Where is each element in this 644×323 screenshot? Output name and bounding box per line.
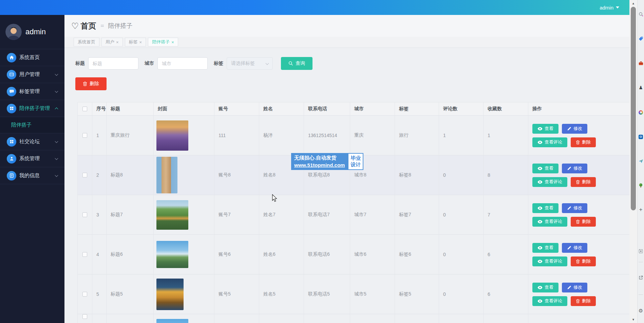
plane-icon[interactable]	[638, 158, 644, 164]
cell-index: 3	[92, 195, 107, 235]
search-icon	[288, 61, 293, 66]
tag-icon[interactable]	[638, 36, 644, 41]
title-filter-input[interactable]	[88, 57, 138, 70]
doc-icon	[7, 171, 16, 180]
add-icon[interactable]: +	[638, 207, 644, 212]
trash-icon	[576, 180, 580, 184]
profile-block: admin	[0, 15, 64, 49]
tab-系统首页[interactable]: 系统首页	[74, 38, 99, 46]
scrollbar-thumb[interactable]	[631, 7, 636, 210]
view-button[interactable]: 查看	[532, 283, 558, 292]
trash-icon	[576, 259, 580, 264]
close-icon[interactable]: ×	[116, 40, 119, 45]
trash-icon	[576, 220, 580, 224]
breadcrumb-home[interactable]: 首页	[80, 21, 96, 31]
search-button[interactable]: 查询	[281, 57, 312, 70]
chess-icon[interactable]: ♟	[638, 85, 644, 90]
tab-用户[interactable]: 用户×	[101, 38, 123, 46]
delete-button[interactable]: 删除	[571, 217, 596, 227]
edit-button[interactable]: 修改	[562, 203, 587, 213]
cell-account: 账号8	[214, 155, 259, 195]
bulk-delete-button[interactable]: 删除	[75, 77, 107, 90]
cell-comments	[439, 314, 484, 323]
edit-button[interactable]: 修改	[562, 164, 587, 173]
sidebar-item-陪伴搭子管理[interactable]: 陪伴搭子管理	[0, 100, 64, 117]
avatar[interactable]	[5, 24, 22, 40]
search-icon[interactable]	[638, 12, 644, 17]
row-checkbox[interactable]	[82, 252, 87, 257]
view-comments-button[interactable]: 查看评论	[532, 137, 567, 147]
header-cell: 姓名	[259, 102, 304, 116]
delete-button[interactable]: 删除	[571, 137, 596, 147]
city-filter-input[interactable]	[157, 57, 208, 70]
eye-icon	[537, 286, 543, 289]
ring-icon[interactable]	[638, 110, 644, 115]
scroll-down-arrow[interactable]: ▼	[629, 317, 637, 322]
cell-title: 标题6	[107, 235, 154, 274]
screenshot-icon[interactable]	[638, 248, 644, 254]
cell-title	[107, 314, 154, 323]
eye-icon	[537, 140, 543, 144]
cell-phone: 联系电话7	[304, 195, 350, 235]
view-comments-button[interactable]: 查看评论	[532, 177, 567, 187]
row-checkbox[interactable]	[82, 314, 87, 319]
settings-gear-icon[interactable]: ⚙	[638, 308, 644, 314]
sidebar-item-社交论坛[interactable]: 社交论坛	[0, 133, 64, 150]
pencil-icon	[567, 206, 571, 210]
tag-select[interactable]: 请选择标签	[227, 57, 273, 70]
view-comments-button[interactable]: 查看评论	[532, 296, 567, 306]
sidebar-item-标签管理[interactable]: 标签管理	[0, 83, 64, 100]
row-checkbox[interactable]	[82, 173, 87, 177]
eye-icon	[537, 127, 543, 131]
sidebar-subitem-label: 陪伴搭子	[11, 122, 32, 128]
cell-city	[350, 314, 395, 323]
edit-button[interactable]: 修改	[562, 283, 587, 292]
edit-button[interactable]: 修改	[562, 124, 587, 134]
sidebar-item-我的信息[interactable]: 我的信息	[0, 167, 64, 184]
user-menu[interactable]: admin	[600, 0, 619, 15]
sidebar-item-label: 系统管理	[19, 155, 40, 162]
view-comments-button[interactable]: 查看评论	[532, 217, 567, 227]
delete-button[interactable]: 删除	[571, 256, 596, 266]
close-icon[interactable]: ×	[171, 40, 174, 45]
row-checkbox[interactable]	[82, 292, 87, 297]
header-cell: 城市	[350, 102, 395, 116]
cell-phone: 13612514514	[304, 116, 350, 155]
row-checkbox[interactable]	[82, 133, 87, 138]
tab-标签[interactable]: 标签×	[125, 38, 146, 46]
open-window-icon[interactable]	[638, 275, 644, 280]
delete-button[interactable]: 删除	[571, 177, 596, 187]
view-button[interactable]: 查看	[532, 243, 558, 253]
cell-city: 城市6	[350, 235, 395, 274]
sidebar-item-用户管理[interactable]: 用户管理	[0, 66, 64, 83]
view-button[interactable]: 查看	[532, 203, 558, 213]
sidebar-item-系统管理[interactable]: 系统管理	[0, 150, 64, 167]
cell-title: 标题5	[107, 274, 154, 314]
select-all-checkbox[interactable]	[82, 107, 87, 111]
tab-陪伴搭子[interactable]: 陪伴搭子×	[148, 38, 178, 46]
watermark-badge: 毕业 设计	[348, 153, 363, 170]
view-comments-button[interactable]: 查看评论	[532, 256, 567, 266]
row-checkbox[interactable]	[82, 212, 87, 217]
cell-tag: 标签8	[395, 155, 439, 195]
search-button-label: 查询	[296, 60, 305, 66]
scroll-up-arrow[interactable]: ▲	[629, 1, 637, 6]
cell-title: 重庆旅行	[107, 116, 154, 155]
breadcrumb-current: 陪伴搭子	[108, 22, 132, 30]
close-icon[interactable]: ×	[139, 40, 142, 45]
tab-label: 陪伴搭子	[152, 39, 170, 45]
view-button[interactable]: 查看	[532, 124, 558, 134]
delete-button[interactable]: 删除	[571, 296, 596, 306]
cell-name: 姓名7	[259, 195, 304, 235]
sidebar-subitem-陪伴搭子[interactable]: 陪伴搭子	[0, 117, 64, 133]
view-button[interactable]: 查看	[532, 164, 558, 173]
toolbox-icon[interactable]	[638, 60, 644, 66]
cell-favorites: 8	[484, 155, 528, 195]
sidebar-menu: 系统首页用户管理标签管理陪伴搭子管理陪伴搭子社交论坛系统管理我的信息	[0, 49, 64, 184]
sidebar-item-系统首页[interactable]: 系统首页	[0, 49, 64, 66]
tree-icon[interactable]	[638, 183, 644, 188]
outlook-icon[interactable]: O	[638, 134, 644, 139]
cell-checkbox	[78, 314, 92, 323]
pencil-icon	[567, 285, 571, 290]
edit-button[interactable]: 修改	[562, 243, 587, 253]
